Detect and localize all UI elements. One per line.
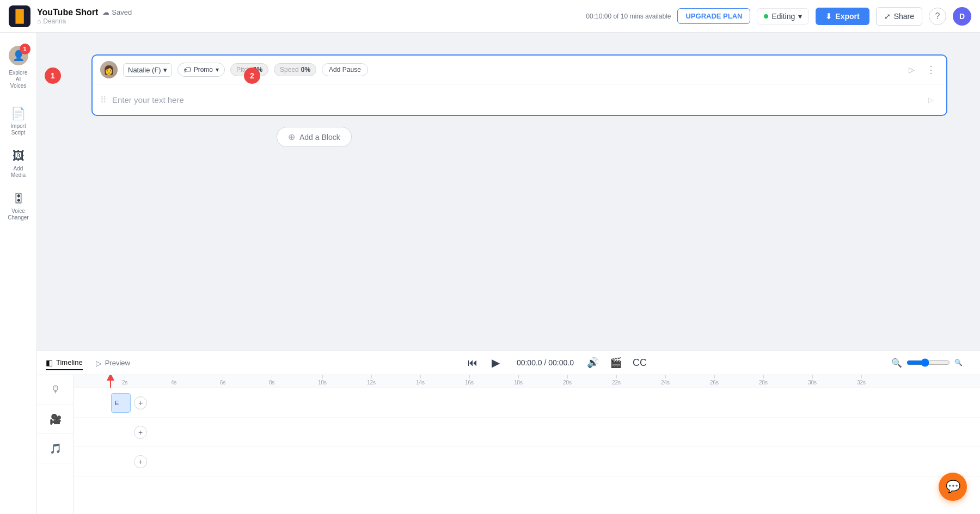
help-button[interactable]: ?	[929, 8, 946, 25]
volume-button[interactable]: 🔊	[585, 354, 601, 371]
ruler-tick-6s: 6s	[220, 375, 226, 386]
transport-right: 🔍 🔍	[891, 358, 963, 368]
editing-status-dot	[764, 14, 768, 19]
explore-ai-badge: 1	[20, 44, 30, 54]
editor-area: 1 2 👩 Natalie (F) ▾ 🏷 Promo ▾	[37, 33, 980, 351]
transport-controls: ⏮ ▶ 00:00.0 / 00:00.0 🔊 🎬 CC	[465, 353, 649, 372]
ruler-tick-20s: 20s	[563, 375, 572, 386]
cloud-icon: ☁	[102, 8, 109, 16]
ruler-tick-8s: 8s	[269, 375, 275, 386]
time-info: 00:10:00 of 10 mins available	[586, 13, 671, 20]
project-name: YouTube Short	[37, 8, 98, 17]
ruler-tick-14s: 14s	[416, 375, 425, 386]
promo-tag-button[interactable]: 🏷 Promo ▾	[177, 63, 225, 77]
timeline-tab-label: Timeline	[56, 358, 83, 366]
bottom-panel: ◧ Timeline ▷ Preview ⏮ ▶ 00:00.0 /	[37, 351, 980, 514]
voice-select-button[interactable]: Natalie (F) ▾	[123, 63, 172, 77]
saved-status: ☁ Saved	[102, 8, 132, 16]
editing-label: Editing	[771, 12, 795, 21]
add-pause-button[interactable]: Add Pause	[322, 63, 368, 76]
playhead	[110, 375, 111, 388]
skip-back-button[interactable]: ⏮	[465, 355, 480, 371]
speed-control-button[interactable]: Speed 0%	[274, 63, 316, 76]
script-block: 👩 Natalie (F) ▾ 🏷 Promo ▾ Pitch 0%	[91, 54, 947, 116]
captions-button[interactable]: CC	[630, 355, 649, 371]
block-play-button[interactable]: ▷	[904, 62, 919, 77]
timeline-ruler: 2s 4s 6s 8s 10s 12s 14s 16s 18s 20s 22s …	[74, 375, 980, 388]
ruler-tick-26s: 26s	[710, 375, 719, 386]
sidebar-item-import-script-label: ImportScript	[10, 123, 26, 136]
logo-icon: ▐▌	[11, 9, 28, 23]
export-button[interactable]: ⬇ Export	[816, 8, 869, 25]
voice-name-label: Natalie (F)	[128, 66, 161, 74]
timeline-clip-audio[interactable]: E	[111, 393, 131, 413]
sidebar-item-voice-changer[interactable]: 🎛 VoiceChanger	[3, 187, 34, 225]
add-block-button[interactable]: ⊕ Add a Block	[277, 127, 352, 147]
add-block-label: Add a Block	[299, 133, 340, 142]
timeline-track-audio: E +	[74, 388, 980, 418]
home-icon: ⌂	[37, 17, 41, 25]
project-row: YouTube Short ☁ Saved	[37, 8, 579, 17]
sidebar-item-import-script[interactable]: 📄 ImportScript	[3, 102, 34, 140]
ruler-tick-22s: 22s	[612, 375, 621, 386]
speed-value: 0%	[301, 66, 310, 74]
zoom-slider[interactable]	[906, 358, 950, 367]
upgrade-button[interactable]: UPGRADE PLAN	[677, 8, 750, 24]
sidebar-item-add-media-label: Add Media	[7, 166, 30, 179]
timeline-scroll-area[interactable]: 2s 4s 6s 8s 10s 12s 14s 16s 18s 20s 22s …	[74, 375, 980, 514]
tab-preview[interactable]: ▷ Preview	[96, 357, 130, 370]
ruler-tick-28s: 28s	[759, 375, 768, 386]
text-play-button[interactable]: ▷	[923, 92, 939, 107]
preview-tab-icon: ▷	[96, 359, 102, 368]
add-block-plus-icon: ⊕	[288, 132, 295, 142]
transport-time: 00:00.0 / 00:00.0	[517, 358, 574, 367]
app-logo: ▐▌	[9, 5, 30, 27]
zoom-in-button[interactable]: 🔍	[954, 359, 963, 366]
share-icon: ⤢	[884, 12, 891, 21]
promo-label: Promo	[194, 66, 213, 74]
block-more-button[interactable]: ⋮	[923, 62, 939, 77]
timeline-add-music-button[interactable]: +	[134, 455, 147, 468]
track-label-video: 🎥	[37, 405, 74, 434]
speed-label: Speed	[280, 66, 299, 74]
text-input-placeholder[interactable]: Enter your text here	[112, 95, 923, 105]
ruler-tick-2s: 2s	[122, 375, 128, 386]
editing-button[interactable]: Editing ▾	[757, 8, 809, 25]
ruler-tick-32s: 32s	[857, 375, 866, 386]
sidebar-item-explore-ai[interactable]: 👤 1 Explore AIVoices	[3, 41, 34, 94]
ruler-tick-18s: 18s	[514, 375, 523, 386]
timeline-add-video-button[interactable]: +	[134, 426, 147, 439]
zoom-out-button[interactable]: 🔍	[891, 358, 902, 368]
ruler-tick-10s: 10s	[318, 375, 327, 386]
content-area: 1 2 👩 Natalie (F) ▾ 🏷 Promo ▾	[37, 33, 980, 514]
track-label-music: 🎵	[37, 434, 74, 463]
chat-icon: 💬	[946, 480, 960, 494]
tab-timeline[interactable]: ◧ Timeline	[46, 356, 83, 370]
script-block-header: 👩 Natalie (F) ▾ 🏷 Promo ▾ Pitch 0%	[93, 56, 946, 84]
voice-changer-icon: 🎛	[13, 192, 24, 206]
ruler-tick-4s: 4s	[171, 375, 177, 386]
timeline-track-music: +	[74, 447, 980, 476]
download-icon: ⬇	[825, 12, 832, 21]
promo-chevron-icon: ▾	[216, 66, 219, 74]
timeline-add-audio-button[interactable]: +	[134, 396, 147, 409]
step-badge-2: 2	[244, 68, 260, 84]
timeline-track-labels: 🎙 🎥 🎵	[37, 375, 74, 514]
user-avatar[interactable]: D	[953, 7, 971, 26]
ruler-tick-24s: 24s	[661, 375, 670, 386]
sidebar-item-explore-ai-label: Explore AIVoices	[7, 70, 30, 89]
fullscreen-button[interactable]: 🎬	[608, 354, 624, 371]
sidebar-item-add-media[interactable]: 🖼 Add Media	[3, 145, 34, 183]
step-badge-1: 1	[45, 68, 61, 84]
time-total: 00:00.0	[548, 358, 574, 367]
play-pause-button[interactable]: ▶	[486, 353, 506, 372]
timeline-tab-icon: ◧	[46, 358, 53, 367]
timeline-tracks: E + + +	[74, 388, 980, 476]
share-button[interactable]: ⤢ Share	[876, 7, 922, 26]
chat-button[interactable]: 💬	[939, 473, 967, 501]
title-section: YouTube Short ☁ Saved ⌂ Deanna	[37, 8, 579, 25]
timeline-area: 🎙 🎥 🎵 2s 4s 6s 8s 10s	[37, 375, 980, 514]
voice-avatar: 👩	[100, 61, 118, 78]
add-media-icon: 🖼	[13, 149, 24, 163]
timeline-track-video: +	[74, 418, 980, 447]
